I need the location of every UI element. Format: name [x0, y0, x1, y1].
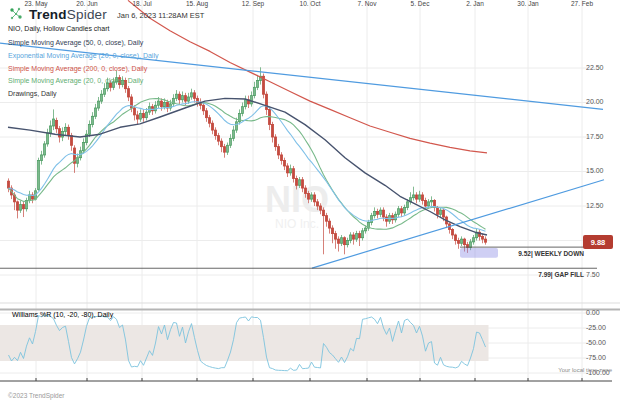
date-axis-label: 27. Feb [571, 0, 593, 7]
watermark-name: NIO Inc. [275, 217, 319, 231]
date-axis-label: 5. Dec [411, 0, 430, 7]
price-axis-label: 15.00 [586, 167, 604, 174]
weekly-down-level-label: 9.52| WEEKLY DOWN [454, 250, 584, 257]
price-axis-label: 17.50 [586, 133, 604, 140]
date-axis-label: 15. Aug [186, 0, 208, 7]
copyright-note: ©2023 TrendSpider [8, 392, 64, 399]
williams-r-label: Williams %R (10, -20, -80), Daily [12, 311, 113, 318]
price-axis-label: 22.50 [586, 64, 604, 71]
chart-legend: NIO, Daily, Hollow Candles chart Simple … [8, 25, 158, 101]
gap-fill-level-label: 7.99| GAP FILL [454, 271, 584, 278]
legend-items: Simple Moving Average (50, 0, close), Da… [8, 37, 158, 101]
wr-axis-label: 0.00 [586, 309, 600, 316]
date-axis-label: 2. Jan [466, 0, 484, 7]
last-price-badge: 9.88 [583, 235, 613, 249]
date-axis-label: 12. Sep [242, 0, 264, 7]
wr-axis-label: -75.00 [586, 354, 606, 361]
date-axis-label: 20. Jun [76, 0, 97, 7]
timezone-note[interactable]: Your local time zone [520, 367, 612, 373]
brand-trend: Trend [29, 7, 67, 22]
wr-axis-label: -25.00 [586, 324, 606, 331]
trendspider-logo-icon[interactable] [8, 6, 24, 22]
date-axis-label: 10. Oct [300, 0, 321, 7]
price-axis-label: 12.50 [586, 202, 604, 209]
legend-item-2[interactable]: Simple Moving Average (200, 0, close), D… [8, 63, 158, 76]
legend-symbol-title: NIO, Daily, Hollow Candles chart [8, 25, 158, 32]
brand-spider: Spider [67, 7, 107, 22]
chart-timestamp: Jan 6, 2023 11:28AM EST [117, 8, 204, 20]
legend-item-4[interactable]: Drawings, Daily [8, 88, 158, 101]
header: TrendSpider Jan 6, 2023 11:28AM EST [8, 5, 204, 23]
wr-axis-label: -50.00 [586, 339, 606, 346]
date-axis-label: 23. May [24, 0, 47, 7]
legend-item-0[interactable]: Simple Moving Average (50, 0, close), Da… [8, 37, 158, 50]
date-axis-label: 7. Nov [358, 0, 377, 7]
date-axis-label: 18. Jul [132, 0, 151, 7]
brand-wordmark[interactable]: TrendSpider [29, 7, 107, 22]
date-axis-label: 30. Jan [517, 0, 538, 7]
trendspider-chart-window: NIONIO Inc. TrendSpider Jan 6, 2023 11:2… [0, 0, 620, 405]
sma20-line [9, 99, 486, 230]
price-axis-label: 20.00 [586, 98, 604, 105]
price-axis-label: 7.50 [586, 271, 600, 278]
legend-item-3[interactable]: Simple Moving Average (20, 0, close), Da… [8, 75, 158, 88]
legend-item-1[interactable]: Exponential Moving Average (20, 0, close… [8, 50, 158, 63]
